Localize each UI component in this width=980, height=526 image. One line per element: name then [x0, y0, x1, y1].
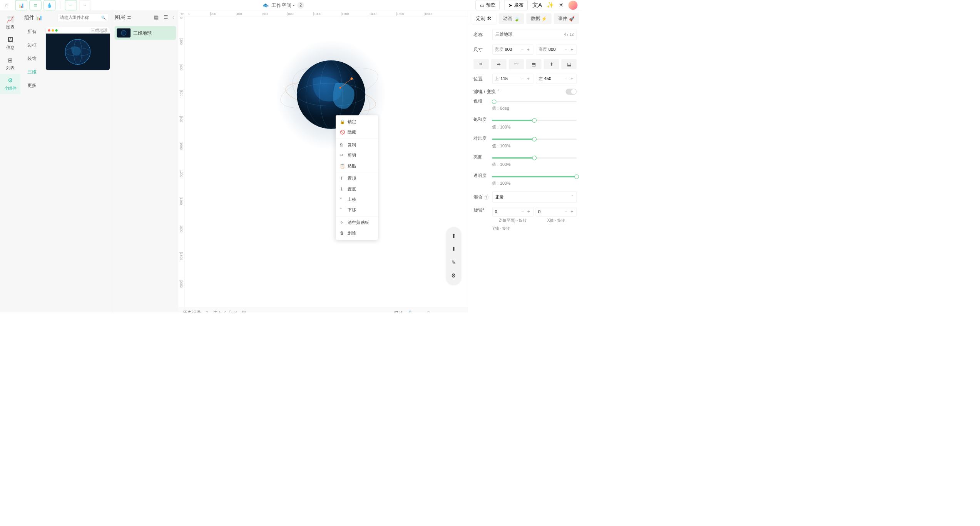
align-left-button[interactable]: ⬲ — [473, 59, 489, 69]
list-view-icon[interactable]: ☰ — [162, 14, 169, 20]
filter-toggle[interactable] — [566, 89, 577, 94]
minus-icon[interactable]: − — [520, 47, 525, 52]
minus-icon[interactable]: − — [520, 209, 525, 215]
category-border[interactable]: 边框 — [20, 38, 43, 52]
eye-icon[interactable]: 👁 — [181, 12, 184, 16]
tab-data[interactable]: 数据⚡ — [526, 13, 551, 24]
sidebar-label: 小组件 — [4, 85, 17, 91]
collapse-icon[interactable]: ‹ — [171, 14, 176, 20]
ctx-bottom[interactable]: ⤓置底 — [336, 184, 378, 194]
history-label[interactable]: 历史记录 — [183, 310, 201, 312]
plus-icon[interactable]: + — [526, 76, 531, 82]
brightness-slider[interactable] — [492, 157, 577, 159]
top-input[interactable]: 上115 −+ — [492, 74, 533, 84]
ctx-hide[interactable]: 🚫隐藏 — [336, 127, 378, 137]
rotate-x-input[interactable]: 0 −+ — [535, 207, 577, 216]
minus-icon[interactable]: − — [564, 76, 569, 82]
sidebar-item-chart[interactable]: 📈 图表 — [0, 13, 20, 33]
plus-icon[interactable]: + — [570, 47, 574, 52]
filter-section-title[interactable]: 滤镜 / 变换 — [473, 89, 495, 95]
workspace-badge: 2 — [297, 2, 304, 8]
layers-icon-button[interactable]: ≣ — [30, 0, 42, 10]
download-icon[interactable]: ⬇ — [449, 245, 458, 254]
align-bottom-button[interactable]: ⬓ — [561, 59, 577, 69]
sidebar-item-widget[interactable]: ⚙ 小组件 — [0, 74, 20, 94]
chevron-down-icon[interactable]: ˅ — [497, 89, 500, 94]
width-input[interactable]: 宽度800 −+ — [492, 45, 533, 55]
minus-icon[interactable]: − — [520, 76, 525, 82]
saturation-slider[interactable] — [492, 120, 577, 121]
align-center-h-button[interactable]: ⬌ — [491, 59, 507, 69]
edit-icon[interactable]: ✎ — [449, 258, 458, 267]
magic-icon[interactable]: ✨ — [547, 2, 554, 8]
tab-animation[interactable]: 动画🍃 — [499, 13, 524, 24]
ctx-lock[interactable]: 🔒锁定 — [336, 117, 378, 127]
layer-thumb-icon — [120, 30, 128, 37]
name-input[interactable]: 三维地球 4 / 12 — [492, 29, 577, 40]
search-icon[interactable]: 🔍 — [101, 15, 106, 20]
preview-button[interactable]: ▭ 预览 — [475, 0, 499, 10]
opacity-slider[interactable] — [492, 176, 577, 177]
canvas[interactable]: 🔒锁定 🚫隐藏 ⎘复制 ✂剪切 📋粘贴 ⤒置顶 ⤓置底 ˄上移 ˅下移 ✧清空剪… — [185, 17, 468, 307]
clipboard-clear-icon: ✧ — [340, 220, 345, 225]
search-box[interactable]: 🔍 — [58, 14, 109, 22]
translate-icon[interactable]: 文A — [532, 1, 542, 9]
home-icon[interactable]: ⌂ — [5, 2, 8, 9]
align-top-button[interactable]: ⬒ — [526, 59, 542, 69]
height-input[interactable]: 高度800 −+ — [536, 45, 577, 55]
ctx-clear-clipboard[interactable]: ✧清空剪贴板 — [336, 217, 378, 228]
tab-custom[interactable]: 定制🛠 — [471, 13, 496, 24]
layer-item[interactable]: 三维地球 — [115, 26, 176, 40]
ctx-paste[interactable]: 📋粘贴 — [336, 161, 378, 171]
ctx-top[interactable]: ⤒置顶 — [336, 173, 378, 184]
sidebar-item-info[interactable]: 🖼 信息 — [0, 33, 20, 53]
ctx-cut[interactable]: ✂剪切 — [336, 150, 378, 160]
sidebar-item-list[interactable]: ⊞ 列表 — [0, 53, 20, 74]
aspect-icon[interactable]: ▭ — [385, 311, 389, 312]
search-input[interactable] — [60, 15, 101, 20]
avatar[interactable] — [569, 0, 578, 10]
upload-icon[interactable]: ⬆ — [449, 231, 458, 240]
minus-icon[interactable]: − — [564, 47, 569, 52]
category-3d[interactable]: 三维 — [20, 65, 43, 79]
ctx-copy[interactable]: ⎘复制 — [336, 140, 378, 150]
align-right-button[interactable]: ⬳ — [508, 59, 524, 69]
back-button[interactable]: ← — [65, 0, 77, 10]
component-card[interactable]: 三维地球 — [46, 27, 110, 70]
preview-label: 预览 — [486, 2, 495, 8]
plus-icon[interactable]: + — [526, 209, 531, 215]
hue-slider[interactable] — [492, 101, 577, 103]
plus-icon[interactable]: + — [570, 76, 574, 82]
settings-icon[interactable]: ⚙ — [449, 271, 458, 281]
forward-button[interactable]: → — [79, 0, 91, 10]
rotate-y-sub: Y轴 - 旋转 — [492, 226, 577, 231]
stack-icon: ≣ — [127, 14, 131, 20]
ctx-down[interactable]: ˅下移 — [336, 205, 378, 215]
plus-icon[interactable]: + — [570, 209, 574, 215]
category-decoration[interactable]: 装饰 — [20, 52, 43, 65]
bolt-icon: ⚡ — [541, 16, 547, 21]
chart-icon-button[interactable]: 📊 — [15, 0, 27, 10]
left-input[interactable]: 左450 −+ — [536, 74, 577, 84]
droplet-icon-button[interactable]: 💧 — [43, 0, 55, 10]
rotate-z-input[interactable]: 0 −+ — [492, 207, 533, 216]
publish-button[interactable]: ➤ 发布 — [504, 0, 528, 10]
plus-icon[interactable]: + — [526, 47, 531, 52]
ctx-up[interactable]: ˄上移 — [336, 194, 378, 205]
category-all[interactable]: 所有 — [20, 25, 43, 38]
contrast-slider[interactable] — [492, 139, 577, 140]
lock-zoom-icon[interactable]: 🔓 — [407, 311, 413, 312]
ctx-delete[interactable]: 🗑删除 — [336, 228, 378, 238]
trash-icon: 🗑 — [340, 231, 345, 235]
align-center-v-button[interactable]: ⬍ — [544, 59, 559, 69]
chart-icon: 📈 — [7, 16, 14, 23]
help-icon[interactable]: ? — [206, 311, 209, 312]
category-more[interactable]: 更多 — [20, 79, 43, 92]
grid-view-icon[interactable]: ▦ — [153, 14, 161, 20]
char-count: 4 / 12 — [564, 32, 574, 37]
theme-icon[interactable]: ☀ — [559, 2, 564, 8]
minus-icon[interactable]: − — [564, 209, 569, 215]
help-icon[interactable]: ? — [484, 195, 488, 200]
tab-event[interactable]: 事件🚀 — [554, 13, 579, 24]
blend-select[interactable]: 正常 ˅ — [492, 192, 577, 203]
